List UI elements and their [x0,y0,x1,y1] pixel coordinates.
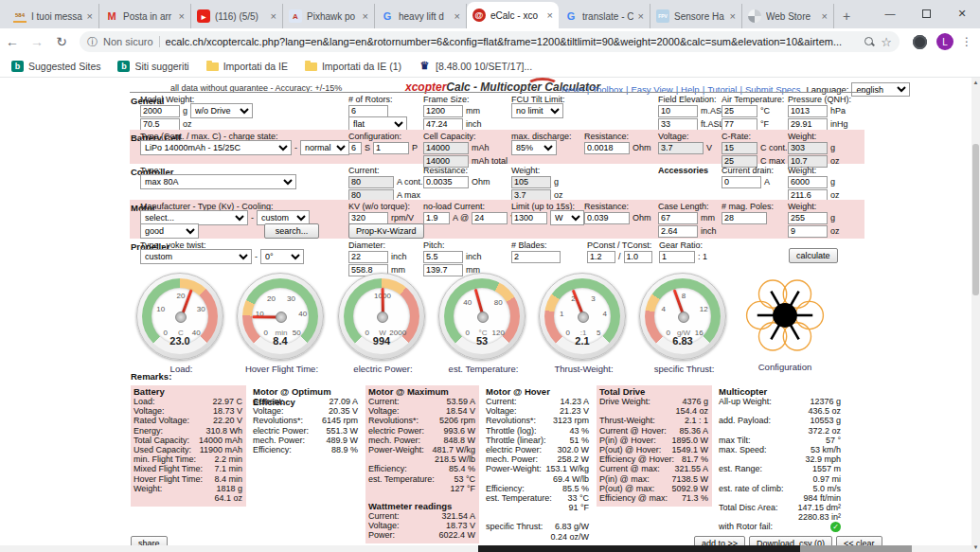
maximize-button[interactable] [908,0,944,27]
tab-close-icon[interactable]: × [547,9,553,21]
case-length-inch-input[interactable] [658,225,698,238]
browser-tab[interactable]: APixhawk po× [283,4,375,28]
vertical-scrollbar[interactable]: ▲ ▼ [971,78,980,552]
battery-resistance-input[interactable] [584,142,630,154]
tconst-input[interactable] [624,251,652,263]
browser-tab[interactable]: 584I tuoi messa× [8,4,99,28]
frame-inch-input[interactable] [423,118,463,131]
tab-close-icon[interactable]: × [363,10,368,22]
model-weight-input[interactable] [140,105,180,117]
tab-close-icon[interactable]: × [730,10,736,22]
result-label: Current: [253,397,284,406]
fcu-tilt-select[interactable]: no limit [511,103,563,118]
diameter-inch-input[interactable] [348,251,388,263]
result-row: 436.5 oz [719,406,841,416]
airtemp-c-input[interactable] [722,105,757,117]
discharge-select[interactable]: 85% [511,140,557,155]
browser-tab[interactable]: FPVSensore Ha× [650,4,742,28]
result-label: electric Power: [368,426,424,436]
reload-button[interactable]: ↻ [49,34,74,49]
parallel-input[interactable] [373,142,409,154]
cooling-select[interactable]: good [140,223,199,239]
model-weight-oz-input[interactable] [140,118,180,131]
pitch-inch-input[interactable] [423,251,463,263]
minimize-button[interactable]: — [872,0,908,27]
bookmark-star-icon[interactable]: ☆ [881,35,892,49]
rotor-count-input[interactable] [348,105,388,117]
profile-avatar[interactable]: L [936,33,953,50]
result-value: 127 °F [450,484,475,493]
scroll-up-icon[interactable]: ▲ [971,78,980,87]
bookmark-item[interactable]: ♛[8.48.00 10/SET/17]... [419,61,532,72]
no-load-current-input[interactable] [423,212,450,224]
browser-tab[interactable]: @eCalc - xco× [467,2,559,28]
prop-kv-wizard-button[interactable]: Prop-Kv-Wizard [348,223,424,239]
tab-close-icon[interactable]: × [87,10,93,22]
motor-search-button[interactable]: search... [264,223,319,239]
menu-kebab-icon[interactable]: ⋮ [961,35,972,48]
controller-type-select[interactable]: max 80A [140,174,296,189]
tab-close-icon[interactable]: × [822,10,828,22]
tab-close-icon[interactable]: × [179,10,185,22]
series-input[interactable] [348,142,362,154]
gauge-hub [276,312,287,323]
yoke-twist-select[interactable]: 0° [260,249,304,264]
battery-type-select[interactable]: LiPo 14000mAh - 15/25C [140,140,292,155]
results-subsection-title: Wattmeter readings [368,501,475,511]
motor-weight-oz-input[interactable] [788,225,828,238]
horizontal-scroll-thumb[interactable] [478,545,800,552]
vertical-scroll-thumb[interactable] [972,144,979,295]
kv-input[interactable] [348,212,388,224]
mag-poles-input[interactable] [722,212,767,224]
browser-tab[interactable]: Gtranslate - C× [559,4,650,28]
bookmark-item[interactable]: bSuggested Sites [11,61,100,72]
calculate-button[interactable]: calculate [789,248,838,263]
airtemp-f-input[interactable] [722,118,757,131]
bookmark-item[interactable]: bSiti suggeriti [117,61,188,72]
prop-type-select[interactable]: custom [140,249,252,264]
results-column: Motor @ Optimum EfficiencyCurrent:27.09 … [250,385,362,458]
pconst-input[interactable] [587,251,615,263]
limit-input[interactable] [511,212,547,224]
elevation-m-input[interactable] [658,105,698,117]
limit-unit-select[interactable]: W [550,210,584,225]
browser-tab[interactable]: ▶(116) (5/5)× [191,4,283,28]
browser-tab[interactable]: Gheavy lift d× [375,4,467,28]
bookmark-item[interactable]: Importati da IE [206,61,288,72]
motor-resistance-input[interactable] [584,212,630,224]
close-button[interactable]: ✕ [944,0,980,27]
google-favicon: G [381,9,394,23]
zoom-icon[interactable] [864,37,875,47]
blades-input[interactable] [511,251,561,263]
extension-icon[interactable] [913,35,927,49]
url-bar[interactable]: ⓘ Non sicuro ecalc.ch/xcoptercalc.php?la… [80,31,900,52]
browser-tab[interactable]: MPosta in arr× [99,4,191,28]
back-button[interactable]: ← [0,34,25,49]
weight-mode-select[interactable]: w/o Drive [190,103,253,118]
bookmark-item[interactable]: Importati da IE (1) [305,61,401,72]
charge-state-select[interactable]: normal [300,140,349,155]
horizontal-scrollbar[interactable] [0,545,971,552]
gear-ratio-input[interactable] [659,251,695,263]
controller-resistance-input[interactable] [423,176,469,188]
tab-close-icon[interactable]: × [271,10,276,22]
forward-button[interactable]: → [25,34,49,49]
frame-mm-input[interactable] [423,105,463,117]
case-length-mm-input[interactable] [658,212,698,224]
scroll-down-icon[interactable]: ▼ [971,543,980,552]
motor-weight-g-input[interactable] [788,212,828,224]
pressure-hpa-input[interactable] [788,105,828,117]
band-propeller: Propeller Type - yoke twist: custom-0° D… [130,239,864,273]
browser-tab[interactable]: Web Store× [742,4,834,28]
tab-close-icon[interactable]: × [638,10,644,22]
current-drain-input[interactable] [722,176,761,188]
info-icon[interactable]: ⓘ [87,35,98,49]
no-load-voltage-input[interactable] [472,212,508,224]
new-tab-button[interactable]: + [834,4,859,28]
result-value: 43 % [569,426,589,436]
elevation-ft-input[interactable] [658,118,698,131]
url-text[interactable]: ecalc.ch/xcoptercalc.php?lang=en&lang=en… [166,36,860,47]
pressure-inhg-input[interactable] [788,118,828,131]
tab-close-icon[interactable]: × [454,10,460,22]
accessory-weight-g-input[interactable] [788,176,828,188]
